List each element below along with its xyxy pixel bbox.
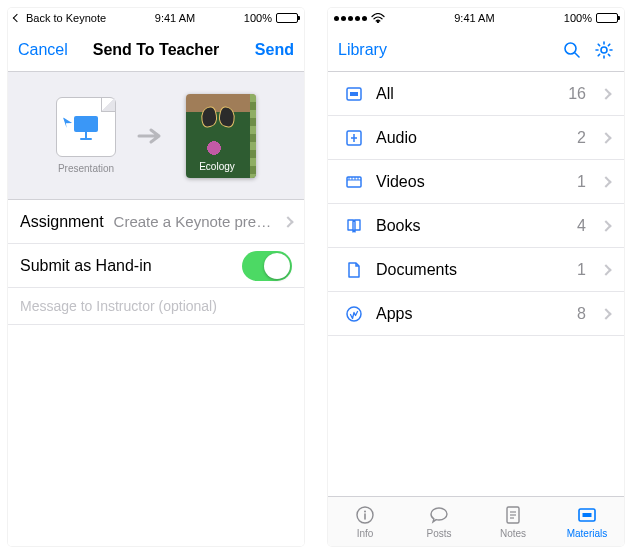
list-item[interactable]: Documents1 [328,248,624,292]
destination-label: Ecology [186,161,248,172]
battery-icon [276,13,298,23]
course-cover-image: Ecology [186,94,256,178]
list-item-label: All [376,85,558,103]
list-item-label: Books [376,217,567,235]
destination-course[interactable]: Ecology [186,94,256,178]
list-item-count: 1 [577,261,586,279]
gear-icon[interactable] [594,40,614,60]
tab-label: Posts [426,528,451,539]
source-caption: Presentation [56,163,116,174]
list-item[interactable]: Apps8 [328,292,624,336]
posts-icon [428,504,450,526]
library-title[interactable]: Library [338,41,387,59]
apps-icon [342,304,366,324]
status-bar: Back to Keynote 9:41 AM 100% [8,8,304,28]
nav-bar: Cancel Send To Teacher Send [8,28,304,72]
tab-posts[interactable]: Posts [402,497,476,546]
assignment-detail: Create a Keynote presentatio... [114,213,274,230]
info-icon [354,504,376,526]
battery-percent: 100% [244,12,272,24]
chevron-right-icon [600,88,611,99]
status-bar: 9:41 AM 100% [328,8,624,28]
list-item[interactable]: Books4 [328,204,624,248]
audio-icon [342,128,366,148]
status-time: 9:41 AM [155,12,195,24]
nav-bar: Library [328,28,624,72]
list-item-label: Apps [376,305,567,323]
tab-info[interactable]: Info [328,497,402,546]
submit-handin-row: Submit as Hand-in [8,244,304,288]
battery-percent: 100% [564,12,592,24]
page-title: Send To Teacher [93,41,220,59]
library-list: All16Audio2Videos1Books4Documents1Apps8 [328,72,624,336]
svg-point-11 [364,511,366,513]
back-caret-icon[interactable] [13,14,21,22]
wifi-icon [371,13,385,23]
svg-rect-4 [350,92,358,96]
back-to-app[interactable]: Back to Keynote [26,12,106,24]
list-item[interactable]: All16 [328,72,624,116]
documents-icon [342,260,366,280]
assignment-label: Assignment [20,213,104,231]
tab-label: Materials [567,528,608,539]
send-button[interactable]: Send [255,41,294,59]
tab-notes[interactable]: Notes [476,497,550,546]
signal-icon [334,16,367,21]
battery-icon [596,13,618,23]
svg-point-2 [601,47,607,53]
list-item-label: Videos [376,173,567,191]
chevron-right-icon [600,132,611,143]
tab-materials[interactable]: Materials [550,497,624,546]
list-item[interactable]: Videos1 [328,160,624,204]
transfer-panel: Presentation Ecology [8,72,304,200]
books-icon [342,216,366,236]
submit-label: Submit as Hand-in [20,257,232,275]
chevron-right-icon [600,264,611,275]
keynote-icon [56,97,116,157]
status-time: 9:41 AM [454,12,494,24]
message-input[interactable]: Message to Instructor (optional) [8,288,304,325]
chevron-right-icon [600,220,611,231]
notes-icon [502,504,524,526]
materials-icon [576,504,598,526]
svg-rect-18 [583,513,592,517]
cancel-button[interactable]: Cancel [18,41,68,59]
list-item-count: 16 [568,85,586,103]
all-icon [342,84,366,104]
search-icon[interactable] [562,40,582,60]
list-item-count: 2 [577,129,586,147]
tab-bar: InfoPostsNotesMaterials [328,496,624,546]
assignment-row[interactable]: Assignment Create a Keynote presentatio.… [8,200,304,244]
list-item-label: Audio [376,129,567,147]
list-item-count: 8 [577,305,586,323]
list-item-count: 1 [577,173,586,191]
chevron-right-icon [600,308,611,319]
source-file[interactable]: Presentation [56,97,116,174]
list-item[interactable]: Audio2 [328,116,624,160]
list-item-count: 4 [577,217,586,235]
tab-label: Notes [500,528,526,539]
list-item-label: Documents [376,261,567,279]
submit-toggle[interactable] [242,251,292,281]
svg-line-1 [575,53,579,57]
svg-point-0 [565,43,576,54]
chevron-right-icon [600,176,611,187]
chevron-right-icon [282,216,293,227]
videos-icon [342,172,366,192]
phone-send-to-teacher: Back to Keynote 9:41 AM 100% Cancel Send… [8,8,304,546]
arrow-right-icon [136,126,166,146]
phone-library: 9:41 AM 100% Library All16Audio2Videos1B… [328,8,624,546]
tab-label: Info [357,528,374,539]
